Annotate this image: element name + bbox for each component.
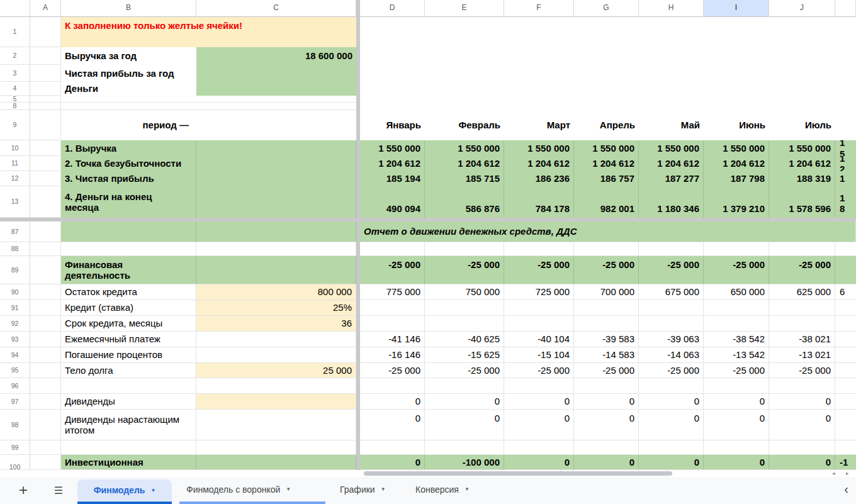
cell-J94[interactable]: -13 021 (769, 347, 835, 363)
cell-H99[interactable] (639, 440, 704, 455)
cell-H13[interactable]: 1 180 346 (639, 186, 704, 218)
tab-finmodel-s-voronkoy[interactable]: Финмодель с воронкой ▼ (186, 477, 291, 501)
cell-A-top-9[interactable] (30, 171, 61, 186)
cell-H89[interactable]: -25 000 (639, 256, 704, 284)
cell-I95[interactable]: -25 000 (704, 363, 769, 378)
cell-K88[interactable] (835, 242, 856, 256)
cell-B90[interactable]: Остаток кредита (61, 284, 196, 300)
cell-E100[interactable]: -100 000 (425, 455, 504, 470)
row-header-96[interactable]: 96 (0, 378, 30, 394)
column-header-I[interactable]: I (704, 0, 769, 17)
cell-E94[interactable]: -15 625 (425, 347, 504, 363)
cell-B94[interactable]: Погашение процентов (61, 347, 196, 363)
cell-E89[interactable]: -25 000 (425, 256, 504, 284)
row-header-97[interactable]: 97 (0, 394, 30, 410)
add-sheet-button[interactable]: + (14, 481, 33, 500)
cell-D92[interactable] (360, 316, 425, 332)
cell-C91[interactable]: 25% (196, 300, 356, 316)
cell-K90[interactable]: 6 (835, 284, 856, 300)
column-header-D[interactable]: D (360, 0, 425, 17)
cell-K96[interactable] (835, 378, 856, 394)
cell-F100[interactable]: 0 (504, 455, 574, 470)
cell-K11[interactable]: 1 2 (835, 156, 856, 171)
cell-G97[interactable]: 0 (574, 394, 639, 410)
cell-I11[interactable]: 1 204 612 (704, 156, 769, 171)
cell-H100[interactable]: 0 (639, 455, 704, 470)
cell-C10[interactable] (196, 140, 356, 156)
cell-C11[interactable] (196, 156, 356, 171)
cell-K99[interactable] (835, 440, 856, 455)
cell-K98[interactable] (835, 410, 856, 440)
cell-J95[interactable]: -25 000 (769, 363, 835, 378)
cell-G12[interactable]: 186 757 (574, 171, 639, 186)
cell-A-top-2[interactable] (30, 65, 61, 82)
cell-D88[interactable] (360, 242, 425, 256)
cell-F12[interactable]: 186 236 (504, 171, 574, 186)
cell-A-bot-10[interactable] (30, 394, 61, 410)
cell-E88[interactable] (425, 242, 504, 256)
cell-D98[interactable]: 0 (360, 410, 425, 440)
cell-B99[interactable] (61, 440, 196, 455)
cell-A-bot-13[interactable] (30, 455, 61, 470)
cell-I97[interactable]: 0 (704, 394, 769, 410)
cell-I99[interactable] (704, 440, 769, 455)
cell-month-D9[interactable]: Январь (360, 110, 425, 140)
cell-K13[interactable]: 1 8 (835, 186, 856, 218)
row-header-4[interactable]: 4 (0, 82, 30, 96)
cell-A-top-1[interactable] (30, 47, 61, 65)
row-header-90[interactable]: 90 (0, 284, 30, 300)
cell-B93[interactable]: Ежемесячный платеж (61, 332, 196, 347)
cell-A-bot-7[interactable] (30, 347, 61, 363)
cell-A-top-6[interactable] (30, 110, 61, 140)
cell-E95[interactable]: -25 000 (425, 363, 504, 378)
cell-F10[interactable]: 1 550 000 (504, 140, 574, 156)
cell-B12[interactable]: 3. Чистая прибыль (61, 171, 196, 186)
collapse-panel-icon[interactable]: ‹ (844, 482, 848, 496)
row-header-87[interactable]: 87 (0, 221, 30, 242)
column-header-G[interactable]: G (574, 0, 639, 17)
column-header-A[interactable]: A (30, 0, 61, 17)
cell-F93[interactable]: -40 104 (504, 332, 574, 347)
cell-B2[interactable]: Выручка за год (61, 47, 196, 65)
cell-B9-period[interactable]: период — (61, 110, 196, 140)
cell-E93[interactable]: -40 625 (425, 332, 504, 347)
cell-note-B1[interactable]: К заполнению только желтые ячейки! (61, 17, 356, 47)
cell-empty-row-5[interactable] (61, 96, 356, 103)
cell-A-top-10[interactable] (30, 186, 61, 218)
cell-A-top-5[interactable] (30, 103, 61, 110)
cell-F89[interactable]: -25 000 (504, 256, 574, 284)
cell-I89[interactable]: -25 000 (704, 256, 769, 284)
cell-B3[interactable]: Чистая прибыль за год (61, 65, 196, 82)
cell-G100[interactable]: 0 (574, 455, 639, 470)
cell-E91[interactable] (425, 300, 504, 316)
cell-K94[interactable] (835, 347, 856, 363)
cell-C90[interactable]: 800 000 (196, 284, 356, 300)
row-header-10[interactable]: 10 (0, 140, 30, 156)
cell-J100[interactable]: 0 (769, 455, 835, 470)
cell-A-top-3[interactable] (30, 82, 61, 96)
cell-G99[interactable] (574, 440, 639, 455)
cell-K89[interactable] (835, 256, 856, 284)
row-header-100[interactable]: 100 (0, 455, 30, 470)
row-header-88[interactable]: 88 (0, 242, 30, 256)
scroll-left-icon[interactable]: ◂ (832, 470, 835, 477)
cell-F99[interactable] (504, 440, 574, 455)
cell-A-bot-9[interactable] (30, 378, 61, 394)
cell-B95[interactable]: Тело долга (61, 363, 196, 378)
cell-F88[interactable] (504, 242, 574, 256)
cell-K100[interactable]: -1 (835, 455, 856, 470)
cell-B13[interactable]: 4. Деньги на конец месяца (61, 186, 196, 218)
cell-H11[interactable]: 1 204 612 (639, 156, 704, 171)
cell-J89[interactable]: -25 000 (769, 256, 835, 284)
row-header-3[interactable]: 3 (0, 65, 30, 82)
cell-E92[interactable] (425, 316, 504, 332)
cell-H95[interactable]: -25 000 (639, 363, 704, 378)
cell-K10[interactable]: 1 5 (835, 140, 856, 156)
scroll-right-icon[interactable]: ▸ (846, 470, 849, 477)
cell-A-bot-1[interactable] (30, 242, 61, 256)
cell-section-title[interactable]: Отчет о движении денежных средств, ДДС (360, 221, 856, 242)
cell-G94[interactable]: -14 583 (574, 347, 639, 363)
cell-I13[interactable]: 1 379 210 (704, 186, 769, 218)
cell-month-G9[interactable]: Апрель (574, 110, 639, 140)
freeze-divider-horizontal[interactable] (0, 218, 856, 221)
